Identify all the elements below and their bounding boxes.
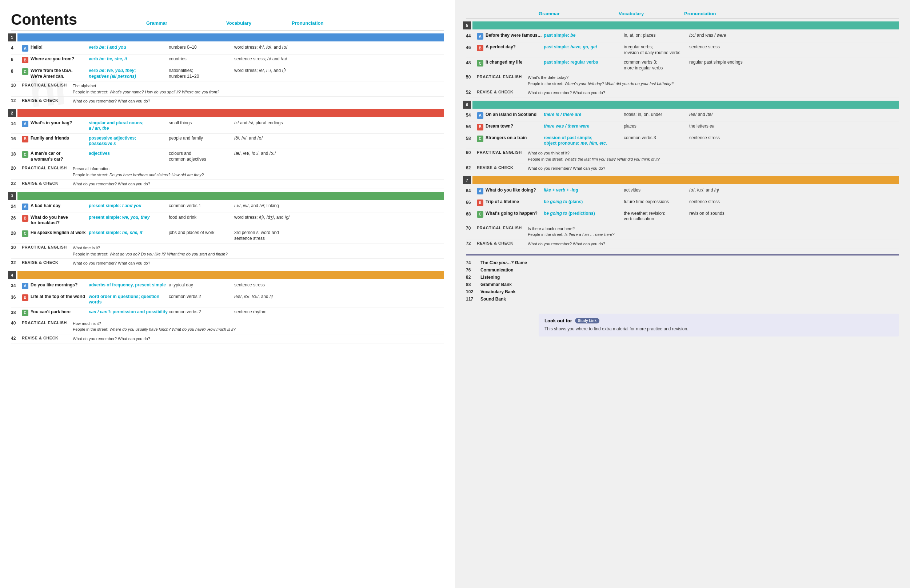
lesson-row-6b: 6 B Where are you from? verb be: he, she… <box>11 55 444 66</box>
right-page: Grammar Vocabulary Pronunciation 5 44 A … <box>455 0 910 588</box>
revise-content-3: What do you remember? What can you do? <box>73 260 444 267</box>
revise-content-2: What do you remember? What can you do? <box>73 181 444 187</box>
bottom-item-vocab: 102 Vocabulary Bank <box>466 288 899 296</box>
bottom-title-listen: Listening <box>481 275 500 280</box>
practical-row-20: 20 Practical English Personal informatio… <box>11 164 444 179</box>
lesson-title-usa: We're from the USA.We're American. <box>31 68 89 79</box>
lesson-pron-5a: /ɔː/ and was / were <box>689 33 899 39</box>
lesson-page-68: 68 <box>466 211 477 216</box>
lesson-title-family: Family and friends <box>31 136 89 141</box>
lesson-page-58: 58 <box>466 135 477 141</box>
unit-line-3 <box>18 192 444 200</box>
lesson-row-18c: 18 C A man's car ora woman's car? adject… <box>11 149 444 164</box>
lesson-pron-1a: word stress; /h/, /ʊ/, and /ɒ/ <box>234 45 444 50</box>
right-grammar-header: Grammar <box>539 11 619 16</box>
lesson-pron-4b: /eə/, /ɒ/, /ɑː/, and /j/ <box>234 294 444 300</box>
right-pronunciation-header: Pronunciation <box>684 11 899 16</box>
lesson-pron-4a: sentence stress <box>234 283 444 288</box>
lesson-row-56b: 56 B Dream town? there was / there were … <box>466 122 899 133</box>
lesson-page-46: 46 <box>466 44 477 50</box>
lesson-pron-3c: 3rd person s; word andsentence stress <box>234 230 444 241</box>
page-title: Contents <box>11 11 77 28</box>
lesson-row-58c: 58 C Strangers on a train revision of pa… <box>466 133 899 149</box>
pronunciation-header: Pronunciation <box>292 20 444 26</box>
lesson-vocab-6c: common verbs 3 <box>624 135 689 141</box>
unit-number-1: 1 <box>8 34 16 42</box>
grammar-header: Grammar <box>146 20 226 26</box>
lesson-badge-c5: C <box>477 60 483 66</box>
lesson-grammar-2a: singular and plural nouns;a / an, the <box>89 120 169 132</box>
lesson-grammar-4a: adverbs of frequency, present simple <box>89 283 169 288</box>
lesson-badge-a5: A <box>477 33 483 40</box>
bottom-page-88: 88 <box>466 282 481 287</box>
revise-label-7: Revise & Check <box>477 241 528 245</box>
lesson-pron-4c: sentence rhythm <box>234 309 444 315</box>
revise-label-5: Revise & Check <box>477 90 528 94</box>
unit-bar-6: 6 <box>466 101 899 109</box>
bottom-item-listen: 82 Listening <box>466 274 899 281</box>
unit-line-7 <box>473 176 899 184</box>
lesson-badge-a7: A <box>477 188 483 194</box>
bottom-item-comm: 76 Communication <box>466 267 899 274</box>
lesson-page-4: 4 <box>11 45 22 50</box>
revise-content-5: What do you remember? What can you do? <box>528 90 899 96</box>
lesson-row-36b: 36 B Life at the top of the world word o… <box>11 292 444 307</box>
practical-row-70: 70 Practical English Is there a bank nea… <box>466 224 899 239</box>
lesson-page-34: 34 <box>11 283 22 288</box>
lesson-row-68c: 68 C What's going to happen? be going to… <box>466 209 899 224</box>
unit-line-2 <box>18 109 444 117</box>
bottom-page-82: 82 <box>466 275 481 280</box>
lesson-vocab-2b: people and family <box>169 136 234 141</box>
revise-content-6: What do you remember? What can you do? <box>528 165 899 171</box>
lesson-row-64a: 64 A What do you like doing? like + verb… <box>466 186 899 197</box>
revise-label-2: Revise & Check <box>22 181 73 185</box>
right-vocabulary-header: Vocabulary <box>619 11 684 16</box>
lookout-title: Look out for Study Link <box>544 318 893 323</box>
lesson-pron-2a: /z/ and /s/, plural endings <box>234 120 444 126</box>
lesson-title-where: Where are you from? <box>31 57 89 62</box>
unit-line-5 <box>473 21 899 29</box>
lesson-badge-c6: C <box>477 136 483 142</box>
lesson-page-56: 56 <box>466 124 477 129</box>
lesson-title-bag: What's in your bag? <box>31 120 89 126</box>
lesson-title-happen: What's going to happen? <box>486 211 544 216</box>
vocabulary-header: Vocabulary <box>226 20 292 26</box>
lesson-page-8: 8 <box>11 68 22 74</box>
revise-row-52: 52 Revise & Check What do you remember? … <box>466 88 899 98</box>
lesson-badge-c3: C <box>22 230 28 237</box>
unit-number-7: 7 <box>463 176 471 184</box>
lesson-badge-c2: C <box>22 151 28 158</box>
practical-row-50: 50 Practical English What's the date tod… <box>466 73 899 88</box>
lesson-grammar-1a: verb be: I and you <box>89 45 169 50</box>
lesson-title-trip: Trip of a lifetime <box>486 199 544 205</box>
lesson-page-64: 64 <box>466 187 477 193</box>
lesson-page-54: 54 <box>466 112 477 118</box>
unit-line-6 <box>473 101 899 109</box>
lesson-badge-b3: B <box>22 215 28 222</box>
lesson-title-dream: Dream town? <box>486 124 544 129</box>
lesson-pron-7a: /ɒ/, /uː/, and /ŋ/ <box>689 187 899 193</box>
revise-label-6: Revise & Check <box>477 165 528 170</box>
lesson-vocab-7b: future time expressions <box>624 199 689 205</box>
lesson-badge-b6: B <box>477 124 483 131</box>
lesson-vocab-1a: numbers 0–10 <box>169 45 234 50</box>
lesson-row-16b: 16 B Family and friends possessive adjec… <box>11 134 444 149</box>
unit-bar-7: 7 <box>466 176 899 184</box>
bottom-title-sound: Sound Bank <box>481 297 506 302</box>
lesson-vocab-7a: activities <box>624 187 689 193</box>
unit-bar-1: 1 <box>11 34 444 42</box>
practical-page-50: 50 <box>466 74 477 79</box>
lesson-page-36: 36 <box>11 294 22 300</box>
lesson-grammar-6a: there is / there are <box>544 112 624 118</box>
revise-content-1: What do you remember? What can you do? <box>73 98 444 104</box>
lesson-title-park: You can't park here <box>31 309 89 315</box>
revise-row-22: 22 Revise & Check What do you remember? … <box>11 179 444 189</box>
practical-label-3: Practical English <box>22 245 73 249</box>
lesson-vocab-3c: jobs and places of work <box>169 230 234 236</box>
bottom-page-117: 117 <box>466 297 481 302</box>
lesson-vocab-3b: food and drink <box>169 215 234 221</box>
practical-row-60: 60 Practical English What do you think o… <box>466 149 899 164</box>
lesson-pron-3b: word stress; /tʃ/, /dʒ/, and /g/ <box>234 215 444 221</box>
practical-page-60: 60 <box>466 150 477 155</box>
lesson-page-14: 14 <box>11 120 22 126</box>
